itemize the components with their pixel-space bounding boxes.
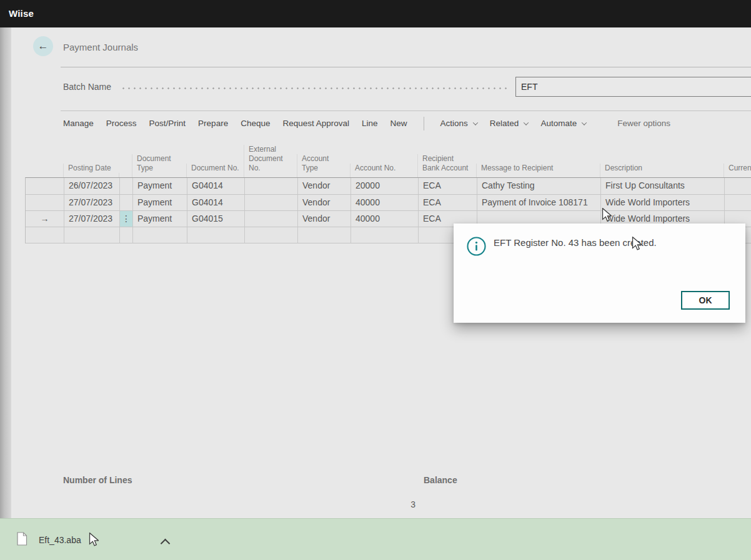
column-header-description[interactable]: Description: [600, 164, 724, 177]
cell-document-no[interactable]: [187, 227, 244, 243]
menu-cheque[interactable]: Cheque: [241, 119, 270, 128]
column-header-account-type[interactable]: Account Type: [297, 154, 350, 177]
wiise-logo[interactable]: Wiise: [9, 0, 34, 27]
chevron-down-icon: [524, 120, 529, 125]
column-header-document-no[interactable]: Document No.: [186, 164, 244, 177]
back-arrow-icon: ←: [38, 40, 49, 52]
column-header-rowmenu: [119, 173, 132, 177]
table-row: 26/07/2023 Payment G04014 Vendor 20000 E…: [26, 178, 751, 194]
cell-description[interactable]: Wide World Importers: [600, 195, 724, 210]
cell-currency[interactable]: [724, 178, 751, 194]
cell-posting-date[interactable]: [64, 227, 119, 243]
cell-external-document-no[interactable]: [244, 178, 297, 194]
menu-new[interactable]: New: [390, 119, 407, 128]
cell-currency[interactable]: [724, 195, 751, 210]
table-row: 27/07/2023 Payment G04014 Vendor 40000 E…: [26, 194, 751, 210]
column-header-select: [25, 173, 63, 177]
cell-account-type[interactable]: Vendor: [297, 178, 351, 194]
cell-external-document-no[interactable]: [244, 211, 297, 227]
table-header-row: Posting Date Document Type Document No. …: [25, 139, 751, 177]
cell-message-to-recipient[interactable]: Payment of Invoice 108171: [477, 195, 600, 210]
file-name: Eft_43.aba: [39, 535, 81, 545]
cell-account-no[interactable]: [351, 227, 418, 243]
menu-manage[interactable]: Manage: [63, 119, 94, 128]
cell-row-indicator-active: →: [26, 211, 64, 227]
cell-row-indicator: [26, 178, 64, 194]
menu-line[interactable]: Line: [362, 119, 378, 128]
cell-external-document-no[interactable]: [244, 227, 297, 243]
app-window: Wiise ← Payment Journals Batch Name EFT …: [0, 0, 751, 560]
row-kebab-menu-button[interactable]: ⋮: [119, 211, 132, 227]
cell-account-type[interactable]: Vendor: [297, 211, 351, 227]
cell-description[interactable]: First Up Consultants: [600, 178, 724, 194]
dimmed-page-edge: [0, 27, 11, 518]
cell-posting-date[interactable]: 27/07/2023: [64, 195, 119, 210]
menu-automate[interactable]: Automate: [540, 119, 586, 128]
cell-row-menu[interactable]: [119, 195, 132, 210]
cell-document-no[interactable]: G04014: [187, 178, 244, 194]
cell-recipient-bank-account[interactable]: ECA: [418, 195, 477, 210]
kebab-icon: ⋮: [122, 214, 131, 224]
column-header-currency[interactable]: Currency: [724, 164, 751, 177]
menu-separator: [424, 117, 424, 130]
mouse-cursor: [632, 237, 642, 253]
cell-document-type[interactable]: Payment: [132, 211, 187, 227]
cell-row-indicator: [26, 195, 64, 210]
cell-document-type[interactable]: [132, 227, 187, 243]
cell-account-no[interactable]: 40000: [351, 211, 418, 227]
mouse-cursor: [89, 533, 99, 549]
number-of-lines-value: 3: [350, 499, 415, 509]
mouse-cursor: [602, 208, 612, 224]
menu-actions[interactable]: Actions: [440, 119, 477, 128]
top-app-bar: Wiise: [0, 0, 751, 27]
column-header-message-to-recipient[interactable]: Message to Recipient: [476, 164, 600, 177]
cell-row-menu[interactable]: [119, 227, 132, 243]
cell-row-indicator: [26, 227, 64, 243]
cell-account-type[interactable]: [297, 227, 351, 243]
cell-account-no[interactable]: 40000: [351, 195, 418, 210]
cell-account-no[interactable]: 20000: [351, 178, 418, 194]
menu-related[interactable]: Related: [490, 119, 529, 128]
cell-row-menu[interactable]: [119, 178, 132, 194]
column-header-posting-date[interactable]: Posting Date: [63, 164, 119, 177]
column-header-account-no[interactable]: Account No.: [350, 164, 417, 177]
info-icon: [467, 237, 486, 258]
cell-document-no[interactable]: G04014: [187, 195, 244, 210]
cell-posting-date[interactable]: 26/07/2023: [64, 178, 119, 194]
chevron-down-icon: [582, 120, 587, 125]
number-of-lines-label: Number of Lines: [63, 475, 132, 485]
batch-name-input[interactable]: EFT: [515, 77, 751, 97]
cell-recipient-bank-account[interactable]: ECA: [418, 178, 477, 194]
batch-name-label: Batch Name: [63, 82, 111, 92]
chevron-down-icon: [473, 120, 478, 125]
cell-external-document-no[interactable]: [244, 195, 297, 210]
column-header-external-document-no[interactable]: External Document No.: [244, 145, 297, 177]
menu-request-approval[interactable]: Request Approval: [282, 119, 349, 128]
batch-divider: [61, 111, 751, 111]
file-icon: [17, 532, 27, 548]
page-title: Payment Journals: [63, 42, 138, 52]
back-button[interactable]: ←: [33, 36, 53, 56]
cell-document-no[interactable]: G04015: [187, 211, 244, 227]
cell-account-type[interactable]: Vendor: [297, 195, 351, 210]
dotted-leader: [121, 87, 510, 89]
header-divider: [61, 67, 751, 67]
balance-label: Balance: [424, 475, 457, 485]
menu-post-print[interactable]: Post/Print: [149, 119, 186, 128]
menu-fewer-options[interactable]: Fewer options: [617, 119, 670, 128]
menu-prepare[interactable]: Prepare: [198, 119, 228, 128]
menu-process[interactable]: Process: [106, 119, 137, 128]
cell-posting-date[interactable]: 27/07/2023: [64, 211, 119, 227]
column-header-recipient-bank-account[interactable]: Recipient Bank Account: [417, 154, 476, 177]
notification-dialog: EFT Register No. 43 has been created. OK: [454, 224, 745, 323]
cell-message-to-recipient[interactable]: Cathy Testing: [477, 178, 600, 194]
ok-button[interactable]: OK: [681, 291, 730, 310]
action-menubar: Manage Process Post/Print Prepare Cheque…: [63, 115, 670, 131]
cell-document-type[interactable]: Payment: [132, 178, 187, 194]
column-header-document-type[interactable]: Document Type: [132, 154, 186, 177]
cell-document-type[interactable]: Payment: [132, 195, 187, 210]
